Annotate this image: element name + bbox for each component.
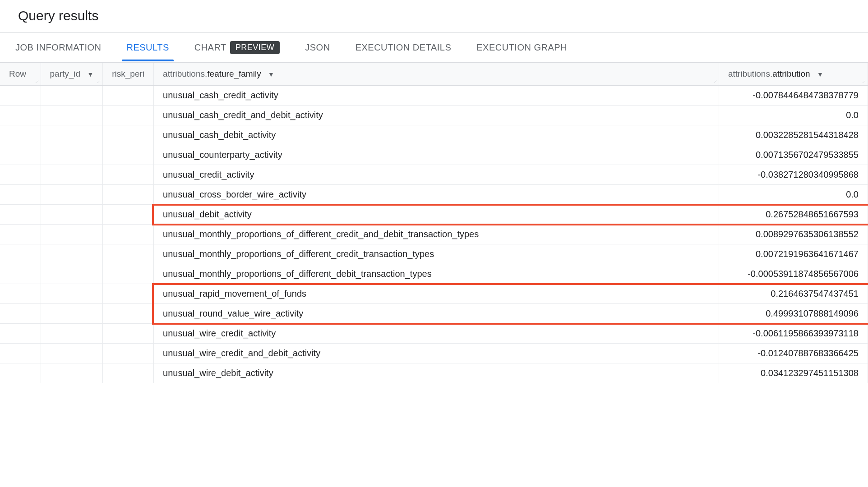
cell-attribution: 0.0: [719, 185, 868, 205]
cell-row: [0, 225, 41, 244]
cell-party-id: [41, 185, 103, 205]
cell-risk-peri: [103, 363, 154, 383]
cell-feature-family: unusual_cross_border_wire_activity: [154, 185, 719, 205]
cell-party-id: [41, 304, 103, 324]
chevron-down-icon[interactable]: ▼: [817, 71, 823, 78]
table-row[interactable]: unusual_cash_debit_activity0.00322852815…: [0, 125, 868, 145]
cell-party-id: [41, 324, 103, 344]
cell-attribution: 0.0071356702479533855: [719, 145, 868, 165]
col-header-risk-peri[interactable]: risk_peri: [103, 63, 154, 86]
resize-handle-icon[interactable]: ⟋: [96, 79, 102, 84]
cell-party-id: [41, 284, 103, 304]
results-table-container: Row ⟋ party_id ▼ ⟋ risk_peri attribution…: [0, 63, 868, 383]
cell-risk-peri: [103, 304, 154, 324]
cell-feature-family: unusual_wire_debit_activity: [154, 363, 719, 383]
table-row[interactable]: unusual_wire_credit_and_debit_activity-0…: [0, 344, 868, 363]
table-row[interactable]: unusual_debit_activity0.2675284865166759…: [0, 205, 868, 225]
cell-row: [0, 145, 41, 165]
cell-party-id: [41, 344, 103, 363]
cell-row: [0, 185, 41, 205]
cell-feature-family: unusual_debit_activity: [154, 205, 719, 225]
cell-feature-family: unusual_cash_credit_and_debit_activity: [154, 106, 719, 125]
results-table: Row ⟋ party_id ▼ ⟋ risk_peri attribution…: [0, 63, 868, 383]
cell-feature-family: unusual_wire_credit_and_debit_activity: [154, 344, 719, 363]
cell-row: [0, 304, 41, 324]
table-row[interactable]: unusual_credit_activity-0.03827128034099…: [0, 165, 868, 185]
cell-feature-family: unusual_wire_credit_activity: [154, 324, 719, 344]
cell-risk-peri: [103, 145, 154, 165]
cell-risk-peri: [103, 106, 154, 125]
tab-results[interactable]: RESULTS: [122, 34, 173, 61]
tab-label: JSON: [305, 42, 330, 53]
tab-badge: PREVIEW: [230, 41, 280, 54]
chevron-down-icon[interactable]: ▼: [87, 71, 93, 78]
chevron-down-icon[interactable]: ▼: [268, 71, 274, 78]
col-header-label: risk_peri: [112, 69, 144, 78]
cell-attribution: -0.012407887683366425: [719, 344, 868, 363]
col-header-attribution[interactable]: attributions.attribution ▼ ⟋: [719, 63, 868, 86]
cell-risk-peri: [103, 284, 154, 304]
resize-handle-icon[interactable]: ⟋: [34, 79, 40, 84]
cell-row: [0, 205, 41, 225]
cell-risk-peri: [103, 86, 154, 106]
cell-risk-peri: [103, 185, 154, 205]
cell-feature-family: unusual_monthly_proportions_of_different…: [154, 225, 719, 244]
cell-row: [0, 284, 41, 304]
resize-handle-icon[interactable]: ⟋: [712, 79, 718, 84]
tab-execution-details[interactable]: EXECUTION DETAILS: [351, 34, 456, 61]
table-row[interactable]: unusual_monthly_proportions_of_different…: [0, 225, 868, 244]
tab-chart[interactable]: CHARTPREVIEW: [190, 33, 285, 62]
cell-party-id: [41, 205, 103, 225]
resize-handle-icon[interactable]: ⟋: [861, 79, 867, 84]
cell-feature-family: unusual_cash_debit_activity: [154, 125, 719, 145]
cell-feature-family: unusual_monthly_proportions_of_different…: [154, 244, 719, 264]
tab-json[interactable]: JSON: [300, 34, 334, 61]
tab-label: RESULTS: [126, 42, 169, 53]
col-header-prefix: attributions.: [728, 69, 772, 78]
cell-risk-peri: [103, 125, 154, 145]
table-row[interactable]: unusual_wire_debit_activity0.03412329745…: [0, 363, 868, 383]
cell-feature-family: unusual_round_value_wire_activity: [154, 304, 719, 324]
table-row[interactable]: unusual_cash_credit_and_debit_activity0.…: [0, 106, 868, 125]
table-row[interactable]: unusual_counterparty_activity0.007135670…: [0, 145, 868, 165]
cell-row: [0, 363, 41, 383]
cell-feature-family: unusual_counterparty_activity: [154, 145, 719, 165]
cell-attribution: -0.0078446484738378779: [719, 86, 868, 106]
tab-job-information[interactable]: JOB INFORMATION: [11, 34, 106, 61]
table-row[interactable]: unusual_monthly_proportions_of_different…: [0, 244, 868, 264]
cell-risk-peri: [103, 324, 154, 344]
cell-attribution: 0.0072191963641671467: [719, 244, 868, 264]
cell-attribution: 0.2164637547437451: [719, 284, 868, 304]
col-header-party-id[interactable]: party_id ▼ ⟋: [41, 63, 103, 86]
cell-row: [0, 344, 41, 363]
table-row[interactable]: unusual_round_value_wire_activity0.49993…: [0, 304, 868, 324]
cell-row: [0, 106, 41, 125]
page-title: Query results: [18, 8, 850, 23]
cell-attribution: 0.034123297451151308: [719, 363, 868, 383]
tab-label: CHART: [194, 42, 226, 53]
tab-execution-graph[interactable]: EXECUTION GRAPH: [472, 34, 572, 61]
tab-label: EXECUTION GRAPH: [476, 42, 567, 53]
cell-party-id: [41, 106, 103, 125]
cell-row: [0, 324, 41, 344]
table-row[interactable]: unusual_monthly_proportions_of_different…: [0, 264, 868, 284]
cell-row: [0, 244, 41, 264]
table-row[interactable]: unusual_rapid_movement_of_funds0.2164637…: [0, 284, 868, 304]
cell-feature-family: unusual_credit_activity: [154, 165, 719, 185]
col-header-feature-family[interactable]: attributions.feature_family ▼ ⟋: [154, 63, 719, 86]
cell-attribution: -0.00053911874856567006: [719, 264, 868, 284]
page-header: Query results: [0, 0, 868, 32]
cell-risk-peri: [103, 244, 154, 264]
cell-row: [0, 86, 41, 106]
cell-feature-family: unusual_rapid_movement_of_funds: [154, 284, 719, 304]
col-header-row[interactable]: Row ⟋: [0, 63, 41, 86]
table-row[interactable]: unusual_wire_credit_activity-0.006119586…: [0, 324, 868, 344]
col-header-prefix: attributions.: [163, 69, 207, 78]
cell-risk-peri: [103, 264, 154, 284]
cell-row: [0, 264, 41, 284]
table-row[interactable]: unusual_cross_border_wire_activity0.0: [0, 185, 868, 205]
table-header-row: Row ⟋ party_id ▼ ⟋ risk_peri attribution…: [0, 63, 868, 86]
cell-row: [0, 165, 41, 185]
cell-party-id: [41, 86, 103, 106]
table-row[interactable]: unusual_cash_credit_activity-0.007844648…: [0, 86, 868, 106]
